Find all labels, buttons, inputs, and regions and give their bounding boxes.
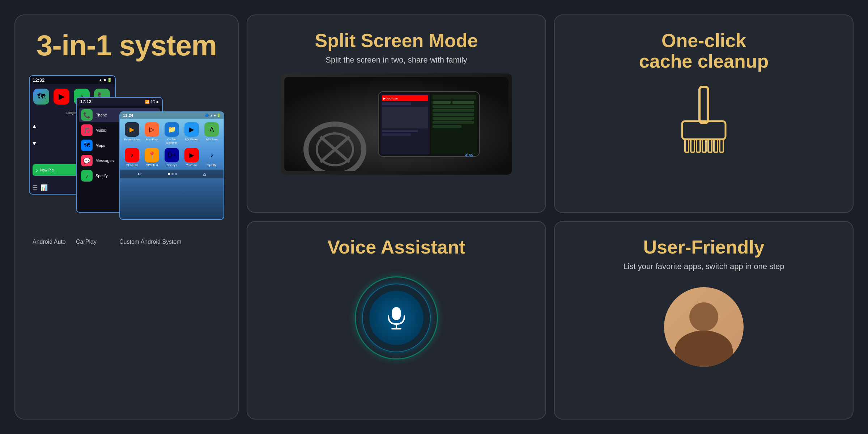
custom-app-grid-row1: ▶ Prime Video ▷ MultiPlay 📁 Cx File Expl…	[120, 119, 224, 148]
svg-rect-26	[685, 139, 689, 152]
carplay-label: CarPlay	[76, 239, 97, 245]
apkpure-icon: A	[204, 122, 219, 137]
cp-messages-icon: 💬	[81, 155, 93, 166]
spotify2-label: Spotify	[207, 163, 216, 167]
mxplayer-label: MX Player	[185, 138, 199, 141]
graph-icon: 📊	[41, 184, 48, 191]
broom-svg	[671, 83, 736, 156]
carplay-status: 📶 4G ■	[145, 100, 158, 104]
avatar-head	[689, 302, 718, 331]
custom-app-mxplayer[interactable]: ▶ MX Player	[183, 122, 201, 144]
cx-icon: 📁	[165, 122, 179, 137]
cache-cleanup-title: One-click cache cleanup	[639, 30, 769, 72]
multiplay-label: MultiPlay	[146, 138, 158, 141]
car-interior-mock: ▶ YouTube	[281, 73, 512, 175]
youtube-icon: ▶	[184, 148, 199, 162]
custom-app-gps[interactable]: 📍 GPS Test	[143, 148, 161, 167]
svg-rect-31	[714, 139, 718, 152]
gps-label: GPS Test	[146, 163, 158, 167]
dot-1	[168, 173, 170, 175]
svg-rect-9	[382, 102, 411, 105]
cp-spotify-label: Spotify	[95, 174, 108, 178]
voice-assistant-card: Voice Assistant	[247, 221, 546, 420]
svg-rect-28	[697, 139, 700, 152]
mxplayer-icon: ▶	[184, 122, 199, 137]
spotify-bar-icon: ♪	[35, 167, 38, 173]
nav-down: ▼	[31, 140, 37, 147]
svg-rect-33	[392, 307, 401, 320]
carplay-time: 17:12	[80, 99, 92, 104]
svg-text:4:45: 4:45	[465, 153, 473, 157]
custom-status-icons: 🔵 ▲ ■ 🔋	[205, 114, 221, 117]
custom-app-youtube[interactable]: ▶ YouTube	[183, 148, 201, 167]
cache-cleanup-card: One-click cache cleanup	[554, 14, 854, 213]
user-friendly-subtitle: List your favorite apps, switch app in o…	[623, 262, 784, 271]
now-playing-text: Now Pla...	[40, 168, 57, 172]
svg-rect-11	[382, 130, 418, 132]
cp-phone-icon: 📞	[81, 109, 93, 121]
multiplay-icon: ▷	[145, 122, 159, 137]
svg-text:▶ YouTube: ▶ YouTube	[383, 97, 398, 100]
custom-app-disney[interactable]: D+ Disney+	[163, 148, 180, 167]
cx-label: Cx File Explorer	[163, 138, 180, 144]
dot-2	[171, 173, 174, 175]
svg-rect-27	[691, 139, 694, 152]
app-icon-youtube[interactable]: ▶	[54, 89, 69, 105]
svg-rect-15	[433, 101, 451, 104]
mic-icon	[386, 305, 407, 331]
custom-time: 11:24	[123, 113, 133, 118]
right-grid: Split Screen Mode Split the screen in tw…	[247, 14, 854, 420]
disney-icon: D+	[165, 148, 179, 162]
svg-rect-19	[433, 113, 474, 116]
custom-app-grid-row2: ♪ YT Music 📍 GPS Test D+ Disney+ ▶ YouTu…	[120, 148, 224, 170]
cp-maps-icon: 🗺	[81, 140, 93, 151]
android-header: 12:32 ▲ ■ 🔋	[30, 76, 115, 84]
cleanup-icon-wrap	[671, 83, 736, 156]
page-dots	[168, 173, 177, 175]
ytmusic-icon: ♪	[125, 148, 139, 162]
split-screen-title: Split Screen Mode	[315, 30, 478, 51]
voice-assistant-title: Voice Assistant	[327, 237, 465, 258]
disney-label: Disney+	[166, 163, 177, 167]
app-icon-maps[interactable]: 🗺	[33, 89, 49, 105]
back-icon: ↩	[137, 171, 142, 177]
android-auto-label: Android Auto	[33, 239, 66, 245]
gps-icon: 📍	[145, 148, 159, 162]
split-screen-card: Split Screen Mode Split the screen in tw…	[247, 14, 546, 213]
svg-rect-17	[433, 105, 474, 108]
apkpure-label: APKPure	[206, 138, 218, 141]
nav-up: ▲	[31, 123, 37, 129]
voice-orb[interactable]	[351, 273, 442, 363]
svg-rect-10	[382, 107, 428, 128]
custom-app-ytmusic[interactable]: ♪ YT Music	[123, 148, 141, 167]
home-icon: ⌂	[203, 171, 206, 177]
main-container: 3-in-1 system 12:32 ▲ ■ 🔋 ▲ ▼ 🗺 ▶ ♪ 📞	[0, 0, 868, 434]
nav-arrows: ▲ ▼	[31, 123, 37, 147]
svg-rect-12	[382, 133, 411, 136]
custom-app-apkpure[interactable]: A APKPure	[203, 122, 221, 144]
car-interior-svg: ▶ YouTube	[284, 77, 509, 171]
prime-icon: ▶	[125, 122, 139, 137]
left-panel: 3-in-1 system 12:32 ▲ ■ 🔋 ▲ ▼ 🗺 ▶ ♪ 📞	[14, 14, 239, 420]
svg-rect-30	[708, 139, 712, 152]
ytmusic-label: YT Music	[126, 163, 138, 167]
avatar-body	[675, 331, 733, 367]
custom-app-multiplay[interactable]: ▷ MultiPlay	[143, 122, 161, 144]
svg-rect-20	[433, 117, 474, 120]
cp-messages-label: Messages	[95, 158, 114, 163]
svg-rect-24	[699, 87, 708, 123]
dot-3	[175, 173, 177, 175]
custom-app-cx[interactable]: 📁 Cx File Explorer	[163, 122, 180, 144]
menu-icon: ☰	[33, 184, 38, 191]
android-status-icons: ▲ ■ 🔋	[98, 78, 112, 82]
custom-app-spotify2[interactable]: ♪ Spotify	[203, 148, 221, 167]
custom-header: 11:24 🔵 ▲ ■ 🔋	[120, 112, 224, 119]
youtube-label: YouTube	[186, 163, 197, 167]
user-avatar-wrap	[664, 287, 744, 367]
svg-rect-29	[702, 139, 706, 152]
custom-app-primevideo[interactable]: ▶ Prime Video	[123, 122, 141, 144]
android-time: 12:32	[33, 77, 44, 83]
carplay-header: 17:12 📶 4G ■	[77, 98, 162, 106]
user-friendly-card: User-Friendly List your favorite apps, s…	[554, 221, 854, 420]
user-friendly-title: User-Friendly	[643, 237, 764, 258]
